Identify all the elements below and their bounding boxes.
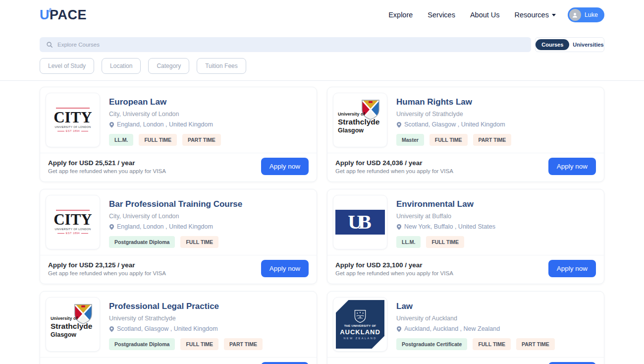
strathclyde-logo: University of Strathclyde Glasgow [50,303,96,346]
university-name: City, University of London [109,111,221,118]
location-text: Scotland, Glasgow , United Kingdom [404,121,505,128]
university-name: University at Buffalo [396,213,495,220]
location-pin-icon [109,121,114,128]
tag-schedule: FULL TIME [426,236,464,248]
top-nav: UPACE Explore Services About Us Resource… [0,0,644,30]
apply-now-button[interactable]: Apply now [548,158,596,175]
tag-list: Master FULL TIME PART TIME [396,134,511,146]
brand-logo-u: U [40,7,50,23]
course-location: Scotland, Glasgow , United Kingdom [109,325,263,332]
card-top: University of Strathclyde Glasgow Profes… [40,292,317,357]
tag-level: Master [396,134,424,146]
course-title[interactable]: European Law [109,97,221,107]
card-footer: Apply for USD 24,036 / full Get app fee … [40,357,317,364]
apply-now-button[interactable]: Apply now [548,362,596,364]
card-info: Environmental Law University at Buffalo … [396,195,495,249]
main-nav: Explore Services About Us Resources Luke [388,7,604,22]
course-location: England, London , United Kingdom [109,223,242,230]
university-logo-strathclyde: University of Strathclyde Glasgow [46,297,100,352]
visa-note: Get app fee refunded when you apply for … [335,270,453,276]
apply-now-button[interactable]: Apply now [261,362,309,364]
location-text: Scotland, Glasgow , United Kingdom [117,325,218,332]
brand-logo[interactable]: UPACE [40,7,87,23]
auckland-logo-name: AUCKLAND [340,328,380,336]
strathclyde-logo-pre: University of [51,316,78,321]
price-block: Apply for USD 24,036 / year Get app fee … [335,159,453,174]
tag-list: LL.M. FULL TIME PART TIME [109,134,221,146]
city-logo: CITY UNIVERSITY OF LONDON EST 1894 [52,108,94,132]
price-text: Apply for USD 23,125 / year [48,261,166,269]
card-info: Law University of Auckland Auckland, Auc… [396,297,555,352]
tag-level: Postgraduate Diploma [109,236,175,248]
city-logo-sub: UNIVERSITY OF LONDON [52,125,94,128]
card-info: Professional Legal Practice University o… [109,297,263,352]
apply-now-button[interactable]: Apply now [261,158,309,175]
tag-list: LL.M. FULL TIME [396,236,495,248]
price-text: Apply for USD 23,100 / year [335,261,453,269]
tag-list: Postgraduate Diploma FULL TIME PART TIME [109,338,263,350]
card-top: UB Environmental Law University at Buffa… [327,189,604,255]
strathclyde-logo-pre: University of [338,112,365,117]
tag-schedule: PART TIME [516,338,555,350]
apply-now-button[interactable]: Apply now [261,260,309,277]
tag-schedule: FULL TIME [473,338,511,350]
card-info: Bar Professional Training Course City, U… [109,195,242,249]
strathclyde-logo-city: Glasgow [51,331,76,338]
apply-now-button[interactable]: Apply now [548,260,596,277]
course-card: THE UNIVERSITY OF AUCKLAND NEW ZEALAND L… [327,291,604,364]
nav-services[interactable]: Services [428,11,455,19]
toggle-universities[interactable]: Universities [573,42,603,48]
course-title[interactable]: Environmental Law [396,199,495,209]
course-card: University of Strathclyde Glasgow Profes… [40,291,317,364]
search-bar[interactable] [40,37,531,52]
course-title[interactable]: Human Rights Law [396,97,511,107]
buffalo-logo: UB [335,210,385,235]
filter-location[interactable]: Location [102,58,141,74]
course-card: CITY UNIVERSITY OF LONDON EST 1894 Bar P… [40,189,317,284]
filter-tuition-fees[interactable]: Tuition Fees [197,58,246,74]
brand-logo-rest: PACE [50,7,87,23]
buffalo-monogram: UB [348,212,373,232]
filter-level-of-study[interactable]: Level of Study [40,58,94,74]
price-text: Apply for USD 25,521 / year [48,159,166,167]
tag-schedule: PART TIME [224,338,263,350]
card-footer: Apply for USD 23,125 / year Get app fee … [40,255,317,284]
course-title[interactable]: Professional Legal Practice [109,302,263,311]
card-footer: Apply for USD 12,991 / year Get app fee … [327,357,604,364]
course-title[interactable]: Bar Professional Training Course [109,199,242,209]
university-name: University of Strathclyde [396,111,511,118]
strathclyde-logo-name: Strathclyde [338,118,379,126]
auckland-crest-icon [354,309,367,323]
user-menu[interactable]: Luke [568,7,604,22]
course-location: Auckland, Auckland , New Zealand [396,325,555,332]
city-logo: CITY UNIVERSITY OF LONDON EST 1894 [52,210,94,235]
visa-note: Get app fee refunded when you apply for … [335,168,453,174]
course-results-grid: CITY UNIVERSITY OF LONDON EST 1894 Europ… [0,81,644,364]
city-logo-est: EST 1894 [52,129,94,132]
search-input[interactable] [57,42,525,48]
tag-level: Postgraduate Diploma [109,338,175,350]
price-block: Apply for USD 23,125 / year Get app fee … [48,261,166,276]
strathclyde-crest-icon [361,99,380,120]
tag-list: Postgraduate Certificate FULL TIME PART … [396,338,555,350]
location-pin-icon [109,224,114,230]
auckland-logo-pre: THE UNIVERSITY OF [344,324,376,327]
city-logo-name: CITY [52,212,94,227]
location-pin-icon [396,326,402,332]
card-footer: Apply for USD 24,036 / year Get app fee … [327,153,604,182]
nav-about-us[interactable]: About Us [470,11,500,19]
course-title[interactable]: Law [396,302,555,311]
tag-schedule: FULL TIME [180,236,218,248]
tag-level: LL.M. [109,134,133,146]
strathclyde-logo-name: Strathclyde [51,322,92,331]
filter-category[interactable]: Category [148,58,189,74]
tag-schedule: PART TIME [182,134,221,146]
tag-schedule: FULL TIME [429,134,468,146]
course-card: UB Environmental Law University at Buffa… [327,189,604,284]
tag-level: Postgraduate Certificate [396,338,467,350]
price-block: Apply for USD 25,521 / year Get app fee … [48,159,166,174]
nav-explore[interactable]: Explore [388,11,413,19]
nav-resources[interactable]: Resources [515,11,556,19]
avatar [569,9,581,21]
toggle-courses[interactable]: Courses [536,39,569,50]
